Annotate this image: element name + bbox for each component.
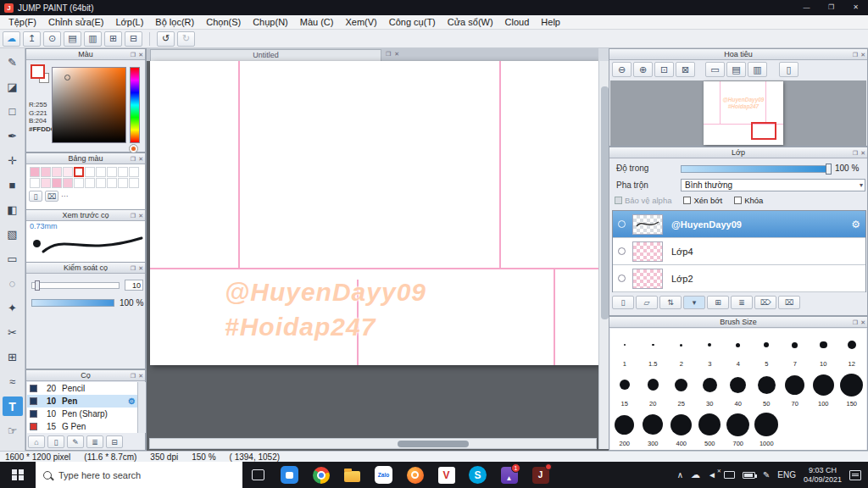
hue-slider[interactable] [130,67,140,143]
comment-button[interactable]: ⊙ [43,31,61,47]
pages-button[interactable]: ▥ [84,31,102,47]
skype-button[interactable]: S [462,462,493,488]
curve-tool[interactable]: ≈ [3,372,23,391]
marquee-tool[interactable]: ▭ [3,249,23,269]
brush-size-option[interactable]: 1000 [753,410,782,450]
brush-row-pen-selected[interactable]: 10 Pen ⚙ [27,395,137,408]
undo-button[interactable]: ↺ [157,31,175,47]
nib-tool[interactable]: ✒ [3,126,23,146]
palette-swatch[interactable] [41,167,51,177]
float-icon[interactable]: ❐ [131,49,136,60]
horizontal-scrollbar[interactable] [149,438,597,449]
brush-size-option[interactable]: 20 [639,370,668,410]
menu-edit[interactable]: Chỉnh sửa(E) [42,15,109,30]
foreground-color-swatch[interactable] [31,64,45,79]
brush-size-value[interactable]: 10 [125,280,143,291]
brush-size-option[interactable]: 40 [724,370,753,410]
add-swatch-button[interactable]: ▯ [29,191,42,202]
menu-capture[interactable]: Chụp(N) [247,15,294,30]
orange-app-button[interactable] [399,462,431,488]
brush-size-option[interactable]: 7 [781,330,810,370]
palette-swatch[interactable] [52,178,62,188]
new-folder-button[interactable]: ⊞ [707,296,729,309]
brush-size-option[interactable]: 15 [610,370,639,410]
brush-row-gpen[interactable]: 15 G Pen [27,420,137,433]
close-icon[interactable]: ✕ [138,370,143,381]
clear-layer-button[interactable]: ⌦ [754,296,776,309]
float-icon[interactable]: ❐ [131,263,136,274]
brush-size-option[interactable]: 50 [753,370,782,410]
brush-home-button[interactable]: ⌂ [28,435,45,448]
palette-swatch[interactable] [96,167,106,177]
menu-tools[interactable]: Công cụ(T) [383,15,442,30]
layer-visibility-toggle[interactable] [618,247,626,255]
brush-settings-gear-icon[interactable]: ⚙ [128,396,136,406]
canvas-page[interactable]: @HuyenDayy09 #Hoidap247 [150,61,599,365]
menu-filter[interactable]: Bộ lọc(R) [149,15,200,30]
transfer-layer-button[interactable]: ⇅ [659,296,682,309]
float-icon[interactable]: ❐ [853,147,858,158]
hand-tool[interactable]: ☞ [3,421,23,441]
menu-help[interactable]: Help [535,15,566,30]
move-tool[interactable]: ✛ [3,151,23,170]
palette-swatch[interactable] [85,178,95,188]
lasso-tool[interactable]: ◌ [3,274,23,293]
brush-size-option[interactable]: 2 [667,330,696,370]
brush-size-option[interactable]: 10 [810,330,838,370]
close-icon[interactable]: ✕ [860,147,865,158]
shape-brush-tool[interactable]: □ [3,102,23,121]
document-tab[interactable]: Untitled [150,49,381,61]
delete-swatch-button[interactable]: ⌧ [45,191,58,202]
brush-size-option[interactable]: 100 [810,370,838,410]
alpha-protect-checkbox[interactable]: Bảo vệ alpha [615,196,671,205]
jump-paint-button[interactable]: J [525,462,556,488]
palette-swatch[interactable] [74,178,84,188]
delete-layer-button[interactable]: ⌧ [778,296,800,309]
wand-tool[interactable]: ✦ [3,298,23,318]
brush-size-option[interactable]: 150 [837,370,866,410]
brush-row-pen-sharp[interactable]: 10 Pen (Sharp) [27,408,137,420]
brush-row-pencil[interactable]: 20 Pencil [27,382,137,395]
file-explorer-button[interactable] [337,462,368,488]
palette-swatch[interactable] [107,178,117,188]
navigator-preview[interactable]: @HuyenDayy09 #Hoidap247 [610,80,866,146]
battery-icon[interactable] [743,472,755,479]
close-icon[interactable]: ✕ [138,210,143,221]
page-thumbnail-button[interactable]: ▯ [779,62,798,77]
duplicate-layer-button[interactable]: ▱ [636,296,658,309]
brush-size-option[interactable]: 4 [724,330,753,370]
palette-swatch[interactable] [85,167,95,177]
spread-view-button[interactable]: ▥ [748,62,767,77]
brush-size-option[interactable]: 400 [667,410,696,450]
tab-close-icon[interactable]: ✕ [394,51,399,58]
pen-input-icon[interactable]: ✎ [763,470,770,480]
palette-swatch[interactable] [30,178,40,188]
blend-mode-select[interactable]: Bình thường ▾ [681,179,865,191]
brush-size-option[interactable]: 3 [696,330,725,370]
menu-layer[interactable]: Lớp(L) [109,15,149,30]
brush-size-option[interactable]: 70 [781,370,810,410]
task-view-button[interactable] [242,462,274,488]
float-icon[interactable]: ❐ [853,49,858,60]
add-brush-button[interactable]: ▯ [47,435,64,448]
menu-view[interactable]: Xem(V) [339,15,382,30]
zoom-out-button[interactable]: ⊖ [612,62,632,77]
brush-size-option[interactable]: 1.5 [639,330,668,370]
bucket-tool[interactable]: ◧ [3,200,23,219]
brush-size-option[interactable]: 300 [639,410,668,450]
palette-swatch[interactable] [129,178,139,188]
brush-size-option[interactable]: 200 [610,410,639,450]
panel-cut-tool[interactable]: ✂ [3,323,23,342]
palette-swatch[interactable] [63,178,73,188]
brush-folder-button[interactable]: ⊟ [106,435,123,448]
export-button[interactable]: ↥ [23,31,41,47]
brush-list-scrollbar[interactable] [137,382,146,433]
flip-horizontal-button[interactable]: ▤ [726,62,746,77]
float-icon[interactable]: ❐ [853,317,858,328]
close-icon[interactable]: ✕ [860,317,865,328]
zalo-button[interactable]: Zalo [368,462,399,488]
brush-size-option[interactable]: 5 [753,330,782,370]
brush-size-option[interactable]: 25 [667,370,696,410]
brush-size-option[interactable]: 12 [837,330,866,370]
close-icon[interactable]: ✕ [138,153,143,164]
